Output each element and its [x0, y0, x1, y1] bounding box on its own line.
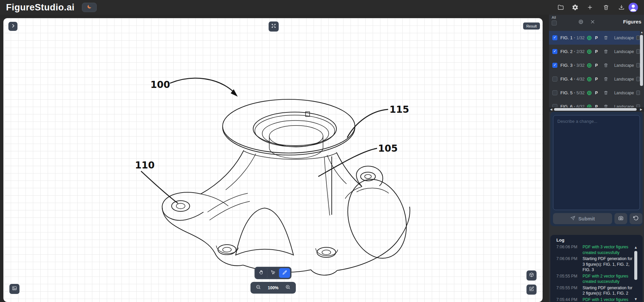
- zoom-bar: 100%: [250, 282, 296, 294]
- ref-label-115: 115: [389, 104, 409, 115]
- top-bar: FigureStudio.ai: [0, 0, 644, 15]
- log-entry: 7:05:55 PM Starting PDF generation for 2…: [556, 285, 634, 296]
- log-entry: 7:05:44 PM PDF with 1 vector figures cre…: [556, 297, 634, 302]
- separator-dot-icon: •: [572, 77, 577, 81]
- figure-select-checkbox[interactable]: [552, 77, 557, 82]
- orientation-checkbox[interactable]: [636, 63, 640, 67]
- horizontal-scrollbar-thumb[interactable]: [554, 108, 637, 111]
- select-tool-button[interactable]: [268, 268, 279, 278]
- vector-chip-icon[interactable]: [586, 49, 592, 55]
- log-scroll-up-arrow[interactable]: ▲: [634, 246, 638, 249]
- settings-gear-icon[interactable]: [571, 4, 579, 11]
- rotate-ccw-icon: [633, 215, 639, 222]
- orientation-label: Landscape: [614, 77, 634, 82]
- figure-row[interactable]: FIG. 1 • 1/32 P Landscape: [549, 31, 640, 45]
- figure-select-checkbox[interactable]: [552, 49, 557, 54]
- folder-icon[interactable]: [557, 4, 564, 11]
- select-all-checkbox[interactable]: [552, 20, 557, 26]
- theme-toggle-button[interactable]: [82, 3, 97, 12]
- vectorize-chip-icon[interactable]: [578, 18, 584, 25]
- figure-list-scroll-up-arrow[interactable]: ▲: [640, 31, 643, 34]
- figure-select-checkbox[interactable]: [552, 90, 557, 95]
- result-button[interactable]: Result: [523, 22, 540, 30]
- figure-select-checkbox[interactable]: [552, 35, 557, 40]
- figure-select-checkbox[interactable]: [552, 63, 557, 68]
- vector-chip-icon[interactable]: [586, 76, 592, 82]
- magnifier-plus-icon: [285, 284, 291, 291]
- vector-chip-icon[interactable]: [586, 90, 592, 96]
- separator-dot-icon: •: [572, 50, 577, 53]
- zoom-out-button[interactable]: [255, 284, 262, 292]
- view-3d-button[interactable]: [526, 270, 537, 281]
- portrait-flag-label: P: [595, 91, 598, 95]
- scroll-left-arrow[interactable]: ◀: [550, 108, 552, 111]
- delete-figure-icon[interactable]: [603, 104, 608, 107]
- log-timestamp: 7:06:06 PM: [556, 256, 580, 273]
- vector-chip-icon[interactable]: [586, 62, 592, 68]
- separator-dot-icon: •: [572, 63, 577, 67]
- figure-row[interactable]: FIG. 6 • 6/32 P Landscape: [549, 100, 640, 107]
- submit-button[interactable]: Submit: [553, 213, 612, 224]
- delete-figure-icon[interactable]: [603, 90, 608, 95]
- figure-row[interactable]: FIG. 2 • 2/32 P Landscape: [549, 45, 640, 58]
- image-export-button[interactable]: [9, 284, 19, 294]
- vector-chip-icon[interactable]: [586, 104, 592, 108]
- change-description-input[interactable]: [553, 115, 640, 210]
- fullscreen-button[interactable]: [269, 21, 279, 32]
- log-entry: 7:05:55 PM PDF with 2 vector figures cre…: [556, 273, 634, 285]
- orientation-label: Landscape: [614, 91, 634, 95]
- delete-figure-icon[interactable]: [603, 77, 608, 82]
- orientation-checkbox[interactable]: [636, 49, 640, 54]
- add-icon[interactable]: [586, 4, 594, 11]
- drawing-canvas[interactable]: 100 115 105 110: [3, 18, 543, 302]
- separator-dot-icon: •: [572, 105, 577, 107]
- pan-tool-button[interactable]: [256, 268, 267, 278]
- orientation-checkbox[interactable]: [636, 36, 640, 40]
- reset-button[interactable]: [630, 213, 642, 224]
- scroll-right-arrow[interactable]: ▶: [640, 108, 642, 111]
- result-button-label: Result: [526, 24, 537, 28]
- canvas-toolbar: [255, 267, 291, 279]
- app-logo: FigureStudio.ai: [6, 2, 75, 13]
- orientation-checkbox[interactable]: [636, 104, 640, 107]
- download-icon[interactable]: [618, 4, 625, 11]
- figure-list-scrollbar-thumb[interactable]: [640, 35, 643, 86]
- patent-figure-drawing: 100 115 105 110: [131, 68, 416, 276]
- figure-select-checkbox[interactable]: [552, 104, 557, 107]
- cursor-icon: [270, 270, 276, 276]
- log-timestamp: 7:05:55 PM: [556, 273, 580, 285]
- sidebar-expand-button[interactable]: [8, 22, 17, 31]
- zoom-in-button[interactable]: [284, 284, 292, 292]
- cube-icon: [529, 272, 534, 279]
- delete-figure-icon[interactable]: [603, 35, 608, 40]
- close-icon[interactable]: [589, 18, 596, 25]
- delete-figure-icon[interactable]: [603, 63, 608, 68]
- separator-dot-icon: •: [572, 36, 577, 40]
- figure-page-number: 4/32: [577, 77, 585, 82]
- orientation-checkbox[interactable]: [636, 91, 640, 95]
- orientation-label: Landscape: [614, 36, 634, 40]
- ref-label-110: 110: [135, 160, 154, 171]
- user-avatar[interactable]: [629, 3, 638, 12]
- figure-name: FIG. 1: [560, 35, 572, 40]
- screenshot-button[interactable]: [614, 213, 627, 224]
- orientation-checkbox[interactable]: [636, 77, 640, 81]
- log-entry: 7:06:06 PM PDF with 3 vector figures cre…: [556, 244, 634, 255]
- log-panel: Log 7:06:06 PM PDF with 3 vector figures…: [550, 235, 643, 302]
- figure-row[interactable]: FIG. 3 • 3/32 P Landscape: [549, 58, 640, 72]
- figure-page-number: 3/32: [577, 63, 585, 68]
- figure-row[interactable]: FIG. 4 • 4/32 P Landscape: [549, 72, 640, 86]
- figures-panel-header: All Figures: [549, 15, 644, 31]
- log-scroll-down-arrow[interactable]: ▼: [634, 297, 638, 301]
- submit-button-label: Submit: [578, 216, 595, 221]
- trash-icon[interactable]: [602, 4, 610, 11]
- log-message: Starting PDF generation for 2 figure(s):…: [583, 285, 634, 296]
- orientation-label: Landscape: [614, 49, 634, 54]
- vector-chip-icon[interactable]: [586, 35, 592, 41]
- log-scrollbar-thumb[interactable]: [634, 251, 637, 280]
- figure-row[interactable]: FIG. 5 • 5/32 P Landscape: [549, 86, 640, 100]
- delete-figure-icon[interactable]: [603, 49, 608, 54]
- annotate-button[interactable]: [526, 285, 537, 295]
- draw-tool-button[interactable]: [279, 268, 290, 278]
- image-icon: [12, 286, 17, 292]
